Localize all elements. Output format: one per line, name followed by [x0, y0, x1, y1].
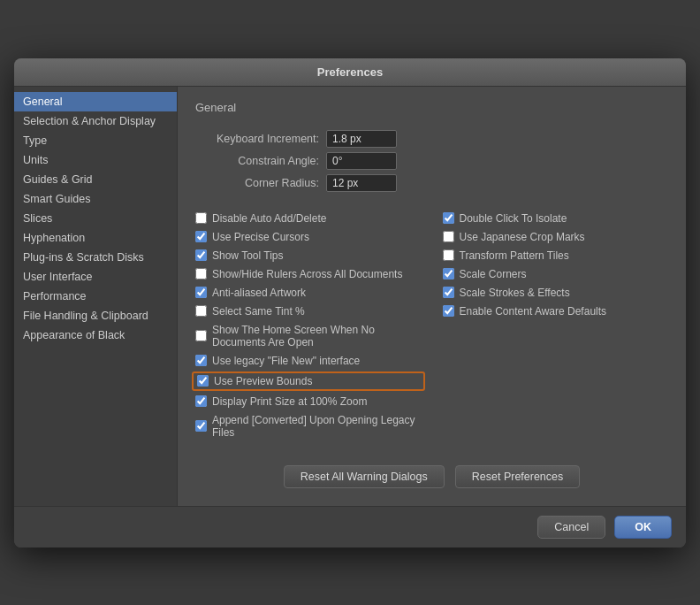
sidebar-item-slices[interactable]: Slices — [14, 209, 177, 228]
checkbox-label: Display Print Size at 100% Zoom — [212, 395, 367, 408]
checkbox-row[interactable]: Append [Converted] Upon Opening Legacy F… — [195, 414, 422, 439]
field-label: Corner Radius: — [195, 177, 319, 189]
checkbox-row[interactable]: Use Precise Cursors — [195, 231, 422, 243]
checkbox-row[interactable]: Enable Content Aware Defaults — [443, 305, 669, 318]
dialog-title-bar: Preferences — [14, 58, 686, 87]
field-row: Corner Radius: — [195, 174, 668, 192]
checkbox-row[interactable]: Transform Pattern Tiles — [443, 249, 669, 262]
checkbox-label: Append [Converted] Upon Opening Legacy F… — [212, 414, 422, 439]
sidebar-item-performance[interactable]: Performance — [14, 287, 177, 306]
checkbox-label: Anti-aliased Artwork — [212, 287, 306, 299]
section-title: General — [195, 101, 668, 114]
checkbox-label: Disable Auto Add/Delete — [212, 212, 326, 225]
dialog-footer: Cancel OK — [14, 506, 686, 548]
dialog-title: Preferences — [317, 65, 383, 79]
left-checkbox-column: Disable Auto Add/DeleteUse Precise Curso… — [195, 212, 422, 439]
checkboxes-section: Disable Auto Add/DeleteUse Precise Curso… — [195, 212, 668, 439]
checkbox-row[interactable]: Disable Auto Add/Delete — [195, 212, 422, 225]
sidebar-item-plug-ins---scratch-disks[interactable]: Plug-ins & Scratch Disks — [14, 248, 177, 267]
field-input[interactable] — [326, 174, 397, 192]
sidebar-item-appearance-of-black[interactable]: Appearance of Black — [14, 325, 177, 345]
preferences-dialog: Preferences GeneralSelection & Anchor Di… — [14, 58, 686, 548]
checkbox-row[interactable]: Use Japanese Crop Marks — [443, 231, 669, 243]
checkbox-label: Double Click To Isolate — [460, 212, 567, 225]
sidebar-item-selection---anchor-display[interactable]: Selection & Anchor Display — [14, 111, 177, 131]
field-label: Keyboard Increment: — [195, 133, 319, 145]
reset-all-warning-dialogs-button[interactable]: Reset All Warning Dialogs — [284, 465, 445, 488]
field-row: Keyboard Increment: — [195, 130, 668, 148]
checkbox-label: Scale Corners — [460, 268, 527, 280]
sidebar-item-user-interface[interactable]: User Interface — [14, 267, 177, 287]
checkbox-label: Use Preview Bounds — [214, 375, 312, 387]
dialog-body: GeneralSelection & Anchor DisplayTypeUni… — [14, 87, 686, 506]
checkbox-label: Use Precise Cursors — [212, 231, 309, 243]
sidebar-item-hyphenation[interactable]: Hyphenation — [14, 228, 177, 248]
field-label: Constrain Angle: — [195, 155, 319, 167]
checkbox-row[interactable]: Use Preview Bounds — [192, 371, 425, 391]
field-row: Constrain Angle: — [195, 152, 668, 170]
checkbox-row[interactable]: Scale Strokes & Effects — [443, 287, 669, 299]
sidebar-item-general[interactable]: General — [14, 92, 177, 111]
checkbox-row[interactable]: Scale Corners — [443, 268, 669, 280]
checkbox-row[interactable]: Use legacy "File New" interface — [195, 355, 422, 367]
sidebar-item-type[interactable]: Type — [14, 131, 177, 150]
sidebar-item-guides---grid[interactable]: Guides & Grid — [14, 170, 177, 189]
sidebar-item-smart-guides[interactable]: Smart Guides — [14, 189, 177, 209]
checkbox-row[interactable]: Show The Home Screen When No Documents A… — [195, 324, 422, 348]
cancel-button[interactable]: Cancel — [537, 516, 605, 539]
ok-button[interactable]: OK — [614, 516, 672, 539]
checkbox-label: Show Tool Tips — [212, 249, 284, 262]
sidebar-item-file-handling---clipboard[interactable]: File Handling & Clipboard — [14, 306, 177, 325]
field-input[interactable] — [326, 130, 397, 148]
reset-preferences-button[interactable]: Reset Preferences — [455, 465, 581, 488]
checkbox-label: Show/Hide Rulers Across All Documents — [212, 268, 402, 280]
fields-section: Keyboard Increment:Constrain Angle:Corne… — [195, 130, 668, 196]
checkbox-row[interactable]: Show/Hide Rulers Across All Documents — [195, 268, 422, 280]
checkbox-label: Use legacy "File New" interface — [212, 355, 360, 367]
checkbox-label: Transform Pattern Tiles — [460, 249, 569, 262]
sidebar-item-units[interactable]: Units — [14, 150, 177, 170]
action-buttons-row: Reset All Warning DialogsReset Preferenc… — [195, 456, 668, 492]
checkbox-row[interactable]: Double Click To Isolate — [443, 212, 669, 225]
checkbox-row[interactable]: Show Tool Tips — [195, 249, 422, 262]
checkbox-label: Scale Strokes & Effects — [460, 287, 570, 299]
checkbox-label: Enable Content Aware Defaults — [460, 305, 607, 318]
right-checkbox-column: Double Click To IsolateUse Japanese Crop… — [443, 212, 669, 439]
field-input[interactable] — [326, 152, 397, 170]
checkbox-label: Show The Home Screen When No Documents A… — [212, 324, 422, 348]
sidebar: GeneralSelection & Anchor DisplayTypeUni… — [14, 87, 178, 506]
main-content: General Keyboard Increment:Constrain Ang… — [178, 87, 686, 506]
checkbox-row[interactable]: Select Same Tint % — [195, 305, 422, 318]
checkbox-row[interactable]: Anti-aliased Artwork — [195, 287, 422, 299]
checkbox-label: Select Same Tint % — [212, 305, 305, 318]
checkbox-row[interactable]: Display Print Size at 100% Zoom — [195, 395, 422, 408]
checkbox-label: Use Japanese Crop Marks — [460, 231, 585, 243]
